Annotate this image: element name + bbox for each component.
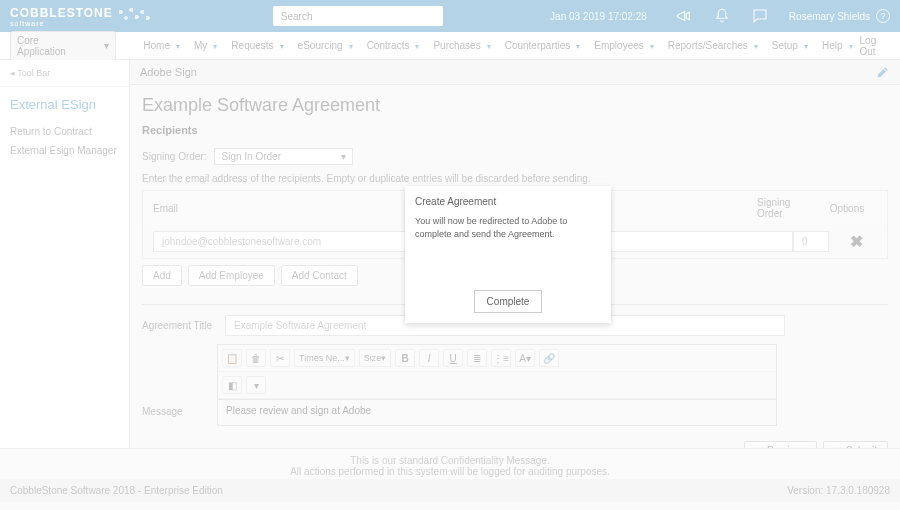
create-agreement-modal: Create Agreement You will now be redirec… xyxy=(405,186,611,323)
modal-body: You will now be redirected to Adobe to c… xyxy=(415,215,601,240)
modal-title: Create Agreement xyxy=(415,196,601,207)
complete-button[interactable]: Complete xyxy=(474,290,543,313)
